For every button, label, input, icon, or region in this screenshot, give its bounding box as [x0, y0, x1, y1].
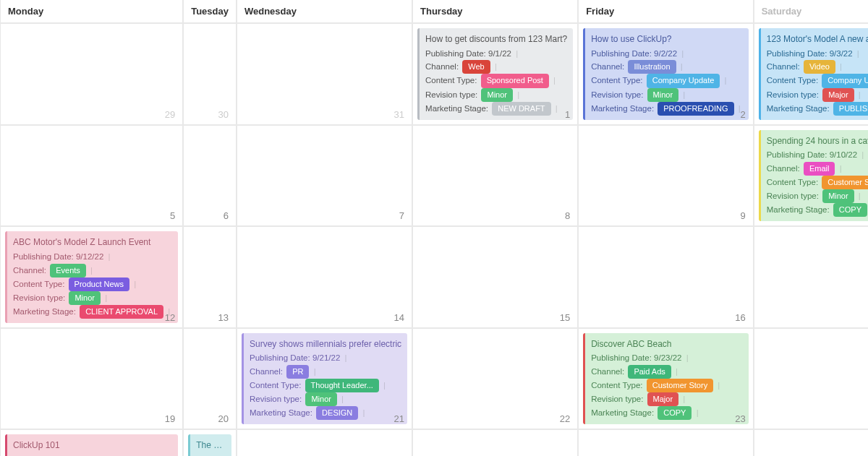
field-label: Revision type: — [13, 293, 67, 302]
day-cell[interactable] — [754, 429, 868, 456]
event-field: Publishing Date: 9/23/22 | — [591, 352, 743, 365]
day-cell[interactable]: 22 — [412, 328, 578, 430]
tag[interactable]: Paid Ads — [628, 365, 671, 379]
day-number: 22 — [560, 413, 570, 424]
tag[interactable]: Minor — [69, 291, 101, 305]
day-number: 30 — [218, 109, 229, 120]
separator: | — [679, 49, 684, 58]
calendar-event[interactable]: Discover ABC BeachPublishing Date: 9/23/… — [583, 333, 749, 425]
day-cell[interactable] — [237, 429, 412, 456]
tag[interactable]: Company Update — [647, 74, 720, 87]
event-field: Channel: PR | — [250, 365, 401, 379]
day-cell[interactable] — [412, 429, 578, 456]
day-cell[interactable]: 31 — [237, 23, 412, 125]
calendar-event[interactable]: How to use ClickUp?Publishing Date: 9/2/… — [583, 28, 749, 120]
tag[interactable]: Minor — [647, 88, 679, 102]
tag[interactable]: Customer Story — [647, 379, 713, 392]
separator: | — [856, 90, 861, 99]
event-title: Survey shows millennials prefer electric — [250, 337, 401, 351]
event-field: Content Type: Customer Story | — [767, 176, 868, 189]
day-cell[interactable]: 24 — [754, 328, 868, 430]
day-cell[interactable]: ABC Motor's Model Z Launch EventPublishi… — [0, 226, 183, 328]
tag[interactable]: Email — [804, 162, 835, 176]
event-date: 9/10/22 — [830, 150, 857, 159]
separator: | — [694, 408, 698, 417]
day-cell[interactable]: 15 — [412, 226, 578, 328]
tag[interactable]: Illustration — [628, 60, 676, 74]
tag[interactable]: PR — [286, 365, 309, 379]
calendar-event[interactable]: How to get discounts from 123 Mart?Publi… — [417, 28, 573, 120]
day-number: 8 — [565, 210, 570, 221]
day-cell[interactable]: 19 — [0, 328, 183, 430]
day-cell[interactable]: 20 — [183, 328, 237, 430]
tag[interactable]: Web — [462, 60, 490, 74]
day-cell[interactable]: 13 — [183, 226, 237, 328]
field-label: Content Type: — [767, 76, 821, 85]
tag[interactable]: COPY — [833, 203, 867, 217]
separator: | — [722, 76, 726, 85]
day-cell[interactable]: 16 — [578, 226, 754, 328]
event-title: The Crypto Forecast — [196, 439, 226, 452]
day-cell[interactable]: 123 Motor's Model A new assembly linePub… — [754, 23, 868, 125]
tag[interactable]: Thought Leader... — [305, 379, 379, 392]
event-field: Channel: Events | — [13, 264, 172, 278]
tag[interactable]: Minor — [305, 392, 337, 406]
day-cell[interactable]: 17 — [754, 226, 868, 328]
calendar-event[interactable]: ABC Motor's Model Z Launch EventPublishi… — [5, 231, 178, 323]
tag[interactable]: Company Update — [822, 74, 868, 87]
calendar-event[interactable]: Spending 24 hours in a cavePublishing Da… — [759, 130, 868, 222]
day-cell[interactable]: 14 — [237, 226, 412, 328]
day-number: 1 — [565, 109, 570, 120]
day-cell[interactable]: Discover ABC BeachPublishing Date: 9/23/… — [578, 328, 754, 430]
calendar-event[interactable]: The Crypto ForecastPublishing Date: 9/27… — [188, 434, 231, 456]
tag[interactable]: NEW DRAFT — [492, 102, 550, 116]
field-label: Content Type: — [250, 381, 304, 390]
day-cell[interactable]: 8 — [412, 125, 578, 227]
tag[interactable]: Sponsored Post — [481, 74, 549, 87]
day-number: 19 — [165, 413, 175, 424]
day-cell[interactable]: ClickUp 101Publishing Date: 9/26/22 |Cha… — [0, 429, 183, 456]
tag[interactable]: Major — [822, 88, 854, 102]
weekday-header: Tuesday — [183, 0, 237, 23]
tag[interactable]: Minor — [481, 88, 513, 102]
separator: | — [837, 164, 841, 173]
event-field: Channel: Video | — [767, 60, 868, 74]
day-cell[interactable]: How to use ClickUp?Publishing Date: 9/2/… — [578, 23, 754, 125]
field-label: Publishing Date: — [767, 49, 830, 58]
day-cell[interactable]: 29 — [0, 23, 183, 125]
tag[interactable]: PUBLISH — [833, 102, 868, 116]
tag[interactable]: DESIGN — [316, 406, 358, 420]
separator: | — [681, 90, 685, 99]
tag[interactable]: Customer Story — [822, 176, 868, 189]
day-cell[interactable]: 6 — [183, 125, 237, 227]
day-cell[interactable]: How to get discounts from 123 Mart?Publi… — [412, 23, 578, 125]
event-field: Publishing Date: 9/2/22 | — [591, 48, 743, 61]
tag[interactable]: Events — [50, 264, 86, 278]
day-cell[interactable]: 30 — [183, 23, 237, 125]
calendar-event[interactable]: ClickUp 101Publishing Date: 9/26/22 |Cha… — [5, 434, 178, 456]
day-cell[interactable]: The Crypto ForecastPublishing Date: 9/27… — [183, 429, 237, 456]
calendar-event[interactable]: Survey shows millennials prefer electric… — [242, 333, 407, 425]
tag[interactable]: Major — [647, 392, 679, 406]
tag[interactable]: Product News — [69, 278, 129, 291]
separator: | — [859, 150, 864, 159]
tag[interactable]: COPY — [658, 406, 692, 420]
tag[interactable]: Video — [804, 60, 835, 74]
tag[interactable]: PROOFREADING — [658, 102, 733, 116]
separator: | — [678, 62, 683, 71]
tag[interactable]: CLIENT APPROVAL — [80, 305, 163, 319]
event-field: Channel: Web | — [425, 60, 567, 74]
day-cell[interactable]: Survey shows millennials prefer electric… — [237, 328, 412, 430]
tag[interactable]: Minor — [822, 189, 854, 203]
day-cell[interactable]: 7 — [237, 125, 412, 227]
field-label: Channel: — [767, 62, 802, 71]
day-cell[interactable] — [578, 429, 754, 456]
field-label: Marketing Stage: — [591, 408, 656, 417]
field-label: Revision type: — [591, 395, 645, 403]
day-cell[interactable]: 5 — [0, 125, 183, 227]
day-cell[interactable]: Spending 24 hours in a cavePublishing Da… — [754, 125, 868, 227]
day-cell[interactable]: 9 — [578, 125, 754, 227]
event-title: Discover ABC Beach — [591, 337, 743, 351]
calendar-event[interactable]: 123 Motor's Model A new assembly linePub… — [759, 28, 868, 120]
weekday-header: Wednesday — [237, 0, 412, 23]
